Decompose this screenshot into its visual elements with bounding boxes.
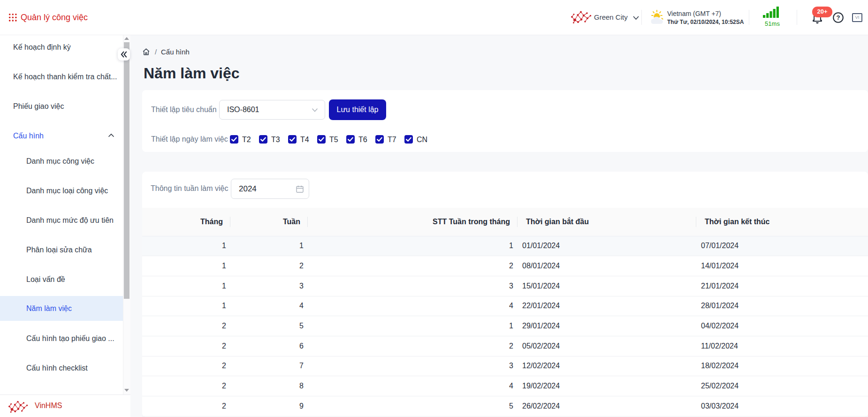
svg-text:?: ? bbox=[837, 14, 840, 21]
